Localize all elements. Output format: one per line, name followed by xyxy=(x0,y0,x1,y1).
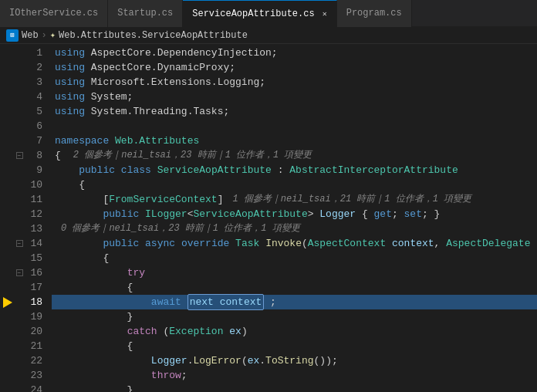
code-line-8: { 2 個參考｜neil_tsai，23 時前｜1 位作者，1 項變更 xyxy=(52,148,537,163)
collapse-button-8[interactable]: − xyxy=(16,152,23,159)
line-num-14: 14 xyxy=(25,236,47,251)
aspectdelegate-type: AspectDelegate xyxy=(446,236,530,251)
collapse-button-14[interactable]: − xyxy=(16,240,23,247)
tab-label: IOtherService.cs xyxy=(9,8,98,19)
gutter-4 xyxy=(0,90,14,104)
line-num-4: 4 xyxy=(25,90,47,104)
collapse-22 xyxy=(14,353,25,368)
collapse-18 xyxy=(14,295,25,309)
ex-param: ex xyxy=(229,324,241,339)
tab-startup[interactable]: Startup.cs xyxy=(108,0,183,27)
tab-bar: IOtherService.cs Startup.cs ServiceAopAt… xyxy=(0,0,537,27)
code-line-1: using AspectCore.DependencyInjection; xyxy=(52,46,537,60)
line-num-12: 12 xyxy=(25,207,47,221)
invoke-method: Invoke xyxy=(265,236,302,251)
code-line-2: using AspectCore.DynamicProxy; xyxy=(52,60,537,75)
line-num-13: 13 xyxy=(25,221,47,236)
code-line-3: using Microsoft.Extensions.Logging; xyxy=(52,75,537,90)
collapse-4 xyxy=(14,90,25,104)
line-num-8: 8 xyxy=(25,148,47,163)
base-class: AbstractInterceptorAttribute xyxy=(289,163,458,177)
exception-type: Exception xyxy=(169,324,223,339)
gutter-15 xyxy=(0,251,14,265)
tab-label: Program.cs xyxy=(346,8,402,19)
gutter-6 xyxy=(0,119,14,133)
code-line-14: public async override Task Invoke(Aspect… xyxy=(52,236,537,251)
collapse-button-16[interactable]: − xyxy=(16,269,23,276)
collapse-12 xyxy=(14,207,25,221)
line-num-16: 16 xyxy=(25,265,47,280)
line-numbers: 1 2 3 4 5 6 7 8 9 10 11 12 13 14 15 16 1… xyxy=(25,44,52,392)
line-num-21: 21 xyxy=(25,339,47,353)
tab-program[interactable]: Program.cs xyxy=(337,0,412,27)
editor-area: − − − xyxy=(0,44,537,392)
breadcrumb-icon2: ✦ xyxy=(50,29,56,41)
code-line-6 xyxy=(52,119,537,133)
await-next-context-selection: next context xyxy=(187,294,265,310)
collapse-21 xyxy=(14,339,25,353)
keyword-using2: using xyxy=(55,60,85,75)
code-line-19: } xyxy=(52,309,537,324)
line-num-6: 6 xyxy=(25,119,47,133)
collapse-2 xyxy=(14,60,25,75)
keyword-async: async xyxy=(145,236,175,251)
keyword-catch: catch xyxy=(127,324,157,339)
line-num-7: 7 xyxy=(25,133,47,148)
collapse-20 xyxy=(14,324,25,339)
collapse-11 xyxy=(14,192,25,207)
collapse-13 xyxy=(14,221,25,236)
class-name: ServiceAopAttribute xyxy=(157,163,272,177)
gutter-18 xyxy=(0,295,14,309)
gutter-9 xyxy=(0,163,14,177)
collapse-10 xyxy=(14,177,25,192)
gutter-area xyxy=(0,44,14,392)
breadcrumb-path: Web.Attributes.ServiceAopAttribute xyxy=(59,30,248,41)
keyword-override: override xyxy=(181,236,229,251)
debug-arrow-icon xyxy=(3,297,12,308)
gutter-17 xyxy=(0,280,14,295)
collapse-14: − xyxy=(14,236,25,251)
line-num-11: 11 xyxy=(25,192,47,207)
ilogger-type: ILogger xyxy=(145,207,187,221)
collapse-8: − xyxy=(14,148,25,163)
git-lens-8: 2 個參考｜neil_tsai，23 時前｜1 位作者，1 項變更 xyxy=(73,148,312,163)
gutter-8 xyxy=(0,148,14,163)
attribute-name: FromServiceContext xyxy=(109,192,217,207)
code-line-5: using System.Threading.Tasks; xyxy=(52,104,537,119)
tab-iotherservice[interactable]: IOtherService.cs xyxy=(0,0,108,27)
code-content[interactable]: using AspectCore.DependencyInjection; us… xyxy=(52,44,537,392)
code-line-16: try xyxy=(52,265,537,280)
line-num-23: 23 xyxy=(25,368,47,383)
keyword-namespace: namespace xyxy=(55,133,109,148)
code-line-10: { xyxy=(52,177,537,192)
keyword-await: await xyxy=(151,295,181,309)
gutter-16 xyxy=(0,265,14,280)
line-num-18: 18 xyxy=(25,295,47,309)
gutter-5 xyxy=(0,104,14,119)
line-num-10: 10 xyxy=(25,177,47,192)
keyword-public3: public xyxy=(103,236,139,251)
keyword-using4: using xyxy=(55,90,85,104)
line-num-2: 2 xyxy=(25,60,47,75)
collapse-5 xyxy=(14,104,25,119)
code-line-23: throw; xyxy=(52,368,537,383)
logger-prop: Logger xyxy=(319,207,356,221)
code-line-12: public ILogger<ServiceAopAttribute> Logg… xyxy=(52,207,537,221)
gutter-24 xyxy=(0,383,14,392)
collapse-9 xyxy=(14,163,25,177)
tab-serviceaopattribute[interactable]: ServiceAopAttribute.cs ✕ xyxy=(183,0,336,27)
tostring-method: ToString xyxy=(265,353,313,368)
line-num-17: 17 xyxy=(25,280,47,295)
keyword-using3: using xyxy=(55,75,85,90)
code-line-21: { xyxy=(52,339,537,353)
namespace-name: Web.Attributes xyxy=(115,133,199,148)
gutter-10 xyxy=(0,177,14,192)
keyword-using5: using xyxy=(55,104,85,119)
code-line-15: { xyxy=(52,251,537,265)
code-line-22: Logger.LogError(ex.ToString()); xyxy=(52,353,537,368)
aspectcontext-type: AspectContext xyxy=(308,236,386,251)
gutter-23 xyxy=(0,368,14,383)
gutter-19 xyxy=(0,309,14,324)
close-icon[interactable]: ✕ xyxy=(323,9,327,19)
keyword-try: try xyxy=(127,265,145,280)
